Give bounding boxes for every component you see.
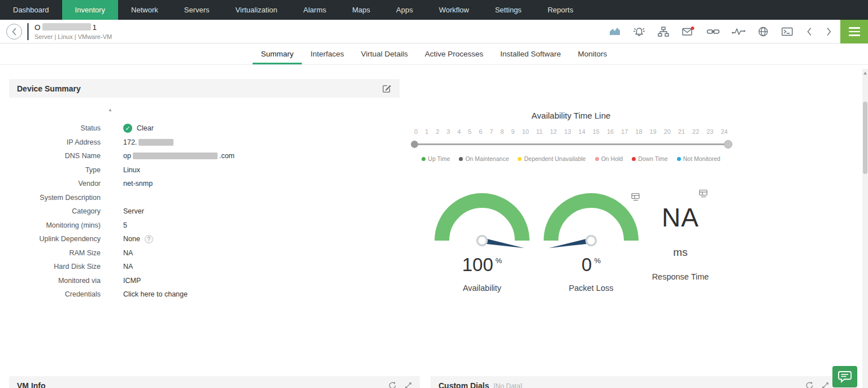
field-value: None? <box>123 235 153 243</box>
packet-loss-dial: 0% Packet Loss <box>543 193 639 293</box>
redacted-text <box>138 139 173 146</box>
field-value: NA <box>123 249 133 257</box>
field-value[interactable]: Click here to change <box>123 290 188 298</box>
tick-label: 0 <box>414 128 418 135</box>
slider-handle-left[interactable] <box>411 141 418 148</box>
legend-item-down-time: Down Time <box>632 155 668 162</box>
nav-item-inventory[interactable]: Inventory <box>62 0 118 20</box>
topology-icon[interactable] <box>657 26 670 37</box>
field-row-credentials: CredentialsClick here to change <box>9 290 400 299</box>
nav-item-workflow[interactable]: Workflow <box>426 0 482 20</box>
dial-report-icon[interactable] <box>699 189 708 200</box>
tick-label: 5 <box>468 128 471 135</box>
nav-item-maps[interactable]: Maps <box>339 0 383 20</box>
device-title-block: O1 Server | Linux | VMware-VM <box>34 23 112 40</box>
previous-device-icon[interactable] <box>805 26 813 37</box>
dial-unit: ms <box>632 246 728 259</box>
help-icon[interactable]: ? <box>145 235 153 243</box>
field-row-uplink-dependency: Uplink DependencyNone? <box>9 234 400 243</box>
alarm-icon[interactable] <box>633 26 645 37</box>
scrollbar-track[interactable] <box>862 69 868 388</box>
expand-icon[interactable] <box>822 382 829 388</box>
legend-item-on-maintenance: On Maintenance <box>459 155 509 162</box>
device-summary-fields: Status✓ClearIP Address172.DNS Nameop.com… <box>9 124 400 304</box>
dial-value: 0% <box>543 254 639 276</box>
field-label: Vendor <box>9 180 101 188</box>
edit-icon[interactable] <box>382 84 392 93</box>
tick-label: 22 <box>692 128 699 135</box>
device-header-bar: O1 Server | Linux | VMware-VM <box>0 20 868 43</box>
response-graph-icon[interactable] <box>732 26 745 37</box>
availability-dial: 100% Availability <box>434 193 530 293</box>
menu-icon[interactable] <box>840 20 868 43</box>
tick-label: 14 <box>579 128 585 135</box>
field-label: Hard Disk Size <box>9 263 101 271</box>
field-label: DNS Name <box>9 152 101 160</box>
tick-label: 17 <box>621 128 628 135</box>
performance-chart-icon[interactable] <box>609 26 621 37</box>
nav-item-alarms[interactable]: Alarms <box>290 0 339 20</box>
tab-monitors[interactable]: Monitors <box>570 43 616 64</box>
nav-item-servers[interactable]: Servers <box>171 0 223 20</box>
nav-item-dashboard[interactable]: Dashboard <box>0 0 62 20</box>
tick-label: 1 <box>425 128 428 135</box>
custom-dials-panel: Custom Dials [No Data] <box>431 376 837 388</box>
terminal-icon[interactable] <box>781 26 793 37</box>
tab-interfaces[interactable]: Interfaces <box>302 43 352 64</box>
tab-summary[interactable]: Summary <box>253 43 302 64</box>
field-value: op.com <box>123 152 235 160</box>
tick-label: 10 <box>522 128 529 135</box>
nav-item-settings[interactable]: Settings <box>482 0 535 20</box>
scroll-up-icon[interactable] <box>863 72 867 75</box>
chevron-left-icon <box>10 27 18 36</box>
collapse-icon[interactable]: ▲ <box>108 107 112 112</box>
dial-label: Packet Loss <box>543 284 639 293</box>
scrollbar-thumb[interactable] <box>863 102 867 174</box>
link-icon[interactable] <box>706 26 720 37</box>
gauge-chart <box>543 193 639 250</box>
legend-dot <box>459 157 463 161</box>
tab-active-processes[interactable]: Active Processes <box>416 43 492 64</box>
back-button[interactable] <box>6 24 22 40</box>
tick-label: 8 <box>501 128 504 135</box>
slider-handle-right[interactable] <box>724 140 732 149</box>
next-device-icon[interactable] <box>825 26 833 37</box>
nav-item-reports[interactable]: Reports <box>535 0 587 20</box>
tick-label: 23 <box>706 128 713 135</box>
dial-report-icon[interactable] <box>631 193 640 203</box>
tick-label: 18 <box>635 128 642 135</box>
device-name-prefix: O <box>34 23 41 32</box>
chat-button[interactable] <box>832 366 857 387</box>
redacted-text <box>133 152 218 159</box>
response-time-dial: NA ms Response Time <box>632 193 728 281</box>
field-row-monitoring-mins: Monitoring (mins)5 <box>9 221 400 230</box>
expand-icon[interactable] <box>405 382 412 388</box>
refresh-icon[interactable] <box>805 381 814 388</box>
tick-label: 11 <box>536 128 542 135</box>
refresh-icon[interactable] <box>388 381 397 388</box>
field-row-ram-size: RAM SizeNA <box>9 249 400 258</box>
app-window: { "nav": { "items": ["Dashboard", "Inven… <box>0 0 868 388</box>
timeline-slider[interactable] <box>414 143 728 145</box>
legend-label: Dependent Unavailable <box>524 155 585 162</box>
legend-label: On Hold <box>601 155 623 162</box>
web-icon[interactable] <box>757 26 769 37</box>
dial-label: Response Time <box>632 272 728 281</box>
tab-bar: SummaryInterfacesVirtual DetailsActive P… <box>0 43 868 65</box>
field-value: NA <box>123 263 133 271</box>
tick-label: 2 <box>436 128 439 135</box>
mail-icon[interactable] <box>682 26 695 37</box>
tick-label: 7 <box>489 128 493 135</box>
tick-label: 12 <box>550 128 557 135</box>
tab-installed-software[interactable]: Installed Software <box>492 43 569 64</box>
title-divider <box>27 23 29 40</box>
legend-item-dependent-unavailable: Dependent Unavailable <box>518 155 585 162</box>
nav-item-virtualization[interactable]: Virtualization <box>223 0 290 20</box>
field-label: Category <box>9 207 101 215</box>
no-data-label: [No Data] <box>493 382 522 388</box>
timeline-legend: Up TimeOn MaintenanceDependent Unavailab… <box>414 155 728 162</box>
nav-item-network[interactable]: Network <box>118 0 171 20</box>
tab-virtual-details[interactable]: Virtual Details <box>353 43 416 64</box>
nav-item-apps[interactable]: Apps <box>383 0 426 20</box>
legend-dot <box>518 157 522 161</box>
